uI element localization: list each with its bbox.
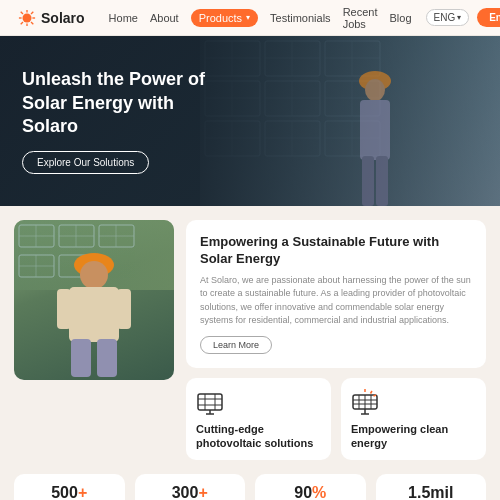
logo-text: Solaro bbox=[41, 10, 85, 26]
svg-line-8 bbox=[21, 22, 23, 24]
enquire-button[interactable]: Enquire bbox=[477, 8, 500, 27]
stats-row: 500+ Projects Completed 300+ Happy Clien… bbox=[0, 460, 500, 500]
svg-line-5 bbox=[21, 11, 23, 13]
nav-links: Home About Products ▾ Testimonials Recen… bbox=[109, 6, 412, 30]
hero-title: Unleash the Power of Solar Energy with S… bbox=[22, 68, 222, 138]
stat-clients: 300+ Happy Clients bbox=[135, 474, 246, 500]
nav-about[interactable]: About bbox=[150, 12, 179, 24]
svg-line-77 bbox=[371, 391, 373, 394]
solar-energy-icon bbox=[351, 388, 379, 416]
svg-rect-57 bbox=[57, 289, 71, 329]
info-card: Empowering a Sustainable Future with Sol… bbox=[186, 220, 486, 368]
worker-person bbox=[49, 247, 139, 377]
stat-energy-number: 1.5mil bbox=[388, 484, 475, 500]
nav-home[interactable]: Home bbox=[109, 12, 138, 24]
svg-point-0 bbox=[23, 13, 32, 22]
nav-recent-jobs[interactable]: Recent Jobs bbox=[343, 6, 378, 30]
small-card-clean-energy-title: Empowering clean energy bbox=[351, 422, 476, 451]
nav-testimonials[interactable]: Testimonials bbox=[270, 12, 331, 24]
svg-rect-56 bbox=[69, 287, 119, 342]
person-silhouette bbox=[350, 66, 400, 206]
svg-rect-38 bbox=[360, 100, 390, 160]
nav-right: ENG ▾ Enquire bbox=[426, 8, 500, 27]
svg-rect-58 bbox=[117, 289, 131, 329]
svg-rect-61 bbox=[198, 394, 222, 410]
svg-rect-39 bbox=[362, 156, 374, 206]
info-card-title: Empowering a Sustainable Future with Sol… bbox=[200, 234, 472, 268]
small-card-photovoltaic-title: Cutting-edge photovoltaic solutions bbox=[196, 422, 321, 451]
explore-solutions-button[interactable]: Explore Our Solutions bbox=[22, 151, 149, 174]
svg-rect-40 bbox=[376, 156, 388, 206]
stat-projects: 500+ Projects Completed bbox=[14, 474, 125, 500]
svg-line-78 bbox=[374, 395, 377, 396]
svg-point-37 bbox=[365, 79, 385, 101]
chevron-down-icon: ▾ bbox=[246, 13, 250, 22]
info-card-text: At Solaro, we are passionate about harne… bbox=[200, 274, 472, 328]
navbar: Solaro Home About Products ▾ Testimonial… bbox=[0, 0, 500, 36]
chevron-down-icon: ▾ bbox=[457, 13, 461, 22]
small-cards-row: Cutting-edge photovoltaic solutions bbox=[186, 378, 486, 461]
svg-line-6 bbox=[31, 22, 33, 24]
nav-blog[interactable]: Blog bbox=[389, 12, 411, 24]
svg-point-55 bbox=[80, 261, 108, 289]
content-section: Empowering a Sustainable Future with Sol… bbox=[0, 206, 500, 460]
stat-energy: 1.5mil Energy Generated bbox=[376, 474, 487, 500]
language-button[interactable]: ENG ▾ bbox=[426, 9, 470, 26]
stat-projects-number: 500+ bbox=[26, 484, 113, 500]
worker-image bbox=[14, 220, 174, 380]
solar-panel-icon bbox=[196, 388, 224, 416]
learn-more-button[interactable]: Learn More bbox=[200, 336, 272, 354]
svg-line-7 bbox=[31, 11, 33, 13]
stat-satisfaction-number: 90% bbox=[267, 484, 354, 500]
hero-section: Unleash the Power of Solar Energy with S… bbox=[0, 36, 500, 206]
svg-rect-60 bbox=[97, 339, 117, 377]
small-card-photovoltaic: Cutting-edge photovoltaic solutions bbox=[186, 378, 331, 461]
stat-clients-number: 300+ bbox=[147, 484, 234, 500]
logo[interactable]: Solaro bbox=[18, 9, 85, 27]
right-cards: Empowering a Sustainable Future with Sol… bbox=[186, 220, 486, 460]
stat-satisfaction: 90% Satisfaction Rate bbox=[255, 474, 366, 500]
hero-content: Unleash the Power of Solar Energy with S… bbox=[0, 68, 244, 173]
nav-products[interactable]: Products ▾ bbox=[191, 9, 258, 27]
logo-icon bbox=[18, 9, 36, 27]
small-card-clean-energy: Empowering clean energy bbox=[341, 378, 486, 461]
svg-rect-59 bbox=[71, 339, 91, 377]
